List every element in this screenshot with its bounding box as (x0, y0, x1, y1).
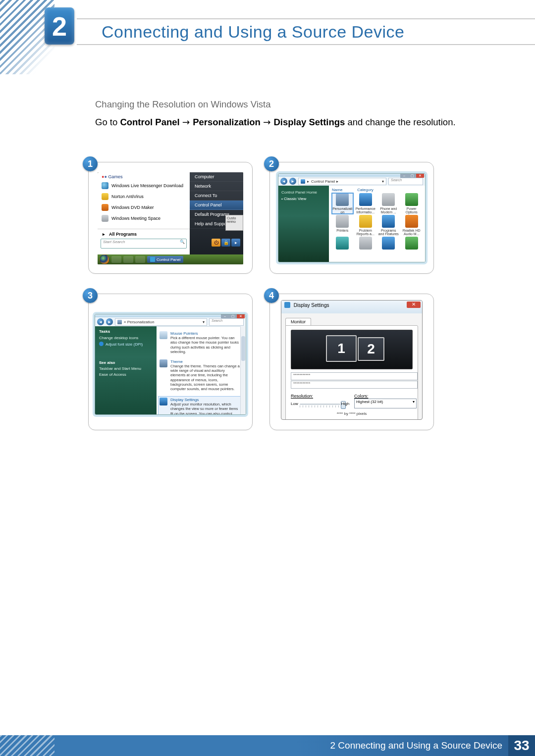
monitor-2[interactable]: 2 (358, 337, 384, 361)
start-item-label: Windows Live Messenger Download (111, 183, 183, 188)
start-item[interactable]: Norton AntiVirus (98, 191, 190, 202)
instruction-b3: Display Settings (273, 117, 345, 127)
cp-item[interactable] (332, 237, 353, 251)
monitor-1[interactable]: 1 (326, 335, 357, 362)
page-number: 33 (508, 735, 535, 756)
maximize-button[interactable]: ▢ (229, 314, 237, 318)
scrollbar[interactable] (240, 326, 246, 414)
side-link-dpi[interactable]: Adjust font size (DPI) (99, 342, 153, 347)
minimize-button[interactable]: – (221, 314, 229, 318)
display-settings-dialog: Display Settings ✕ Monitor 1 2 *********… (281, 300, 423, 420)
maximize-button[interactable]: ▢ (408, 173, 416, 178)
search-input[interactable]: Search (209, 318, 244, 326)
entry-title: Theme (160, 359, 241, 364)
right-item[interactable]: Connect To (190, 191, 243, 201)
taskbar: Control Panel (98, 254, 243, 264)
cp-item-personalization[interactable]: Personalizati on (332, 193, 353, 214)
right-item[interactable]: Network (190, 182, 243, 191)
colors-select[interactable]: Highest (32 bit) ▾ (354, 399, 417, 408)
forward-button[interactable]: ► (106, 318, 113, 325)
right-item-control-panel[interactable]: Control Panel (190, 201, 243, 210)
start-search-input[interactable]: Start Search 🔍 (101, 239, 187, 249)
cp-item[interactable] (378, 237, 399, 251)
chapter-header: Connecting and Using a Source Device (77, 18, 535, 45)
taskbar-icon[interactable] (123, 256, 133, 263)
step-badge: 3 (83, 288, 98, 303)
cp-item-label: Personalizati on (332, 207, 353, 214)
personalization-main: Mouse Pointers Pick a different mouse po… (157, 326, 246, 414)
theme-icon (160, 359, 167, 367)
path-icon (301, 179, 305, 184)
back-button[interactable]: ◄ (97, 318, 104, 325)
taskbar-control-panel[interactable]: Control Panel (147, 256, 183, 263)
nav-bar: ◄ ► « Personalization ▾ Search (95, 317, 246, 327)
arrow-icon: → (263, 117, 273, 127)
arrow-icon: → (182, 117, 193, 127)
screenshot-step-4: 4 Display Settings ✕ Monitor 1 2 *******… (269, 294, 434, 430)
monitor-arrangement[interactable]: 1 2 (291, 330, 413, 369)
cp-item[interactable]: Printers (332, 215, 353, 236)
tab-monitor[interactable]: Monitor (285, 318, 311, 325)
all-programs[interactable]: All Programs (98, 229, 190, 239)
taskbar-icon[interactable] (111, 256, 121, 263)
start-menu-right: Computer Network Connect To Control Pane… (190, 172, 243, 254)
start-item[interactable]: Windows Live Messenger Download (98, 180, 190, 191)
close-button[interactable]: ✕ (407, 302, 421, 308)
classic-view-link[interactable]: Classic View (281, 197, 326, 201)
cp-item[interactable]: Performance Informatio... (355, 193, 376, 214)
cp-home-link[interactable]: Control Panel Home (281, 190, 326, 195)
cp-item[interactable]: Realtek HD Audio M... (401, 215, 423, 236)
entry-mouse-pointers[interactable]: Mouse Pointers Pick a different mouse po… (160, 331, 241, 354)
personalization-window: – ▢ ✕ ◄ ► « Personalization ▾ Search Tas… (95, 314, 246, 415)
resolution-readout: **** by **** pixels (291, 411, 413, 416)
phone-icon (382, 193, 395, 206)
monitor-dropdown[interactable]: *********** (291, 372, 418, 380)
start-item-label: Windows DVD Maker (111, 205, 154, 210)
monitor-dropdown-2[interactable]: *********** (291, 381, 418, 389)
page-footer: 2 Connecting and Using a Source Device 3… (0, 735, 535, 756)
forward-button[interactable]: ► (289, 178, 296, 185)
cp-item[interactable]: Power Options (401, 193, 423, 214)
norton-icon (102, 193, 108, 200)
lock-button[interactable]: 🔒 (221, 239, 230, 247)
start-item[interactable]: Windows Meeting Space (98, 213, 190, 224)
search-placeholder: Search (212, 319, 222, 322)
search-input[interactable]: Search (388, 178, 423, 185)
monitor-tab-pane: 1 2 *********** *********** Resolution: … (285, 325, 418, 420)
breadcrumb[interactable]: « Personalization ▾ (115, 318, 207, 326)
cp-item-label: Performance Informatio... (355, 207, 376, 214)
cp-item[interactable]: Programs and Features (378, 215, 399, 236)
shutdown-menu[interactable]: ▸ (231, 239, 240, 247)
resolution-slider[interactable]: Low High (291, 400, 349, 410)
close-button[interactable]: ✕ (237, 314, 245, 318)
close-button[interactable]: ✕ (416, 173, 424, 178)
screenshot-step-1: 1 ●● Games Windows Live Messenger Downlo… (88, 162, 253, 274)
taskbar-icon[interactable] (135, 256, 145, 263)
power-button[interactable]: ⏻ (212, 239, 220, 247)
breadcrumb[interactable]: ▸ Control Panel ▸ ▾ (298, 178, 386, 185)
search-icon: 🔍 (180, 240, 185, 244)
cp-item[interactable] (355, 237, 376, 251)
back-button[interactable]: ◄ (280, 178, 287, 185)
cp-item[interactable] (401, 237, 423, 251)
path-sep: ▸ (307, 179, 309, 184)
side-link[interactable]: Change desktop icons (99, 336, 153, 340)
side-link[interactable]: Taskbar and Start Menu (99, 366, 153, 371)
col-category[interactable]: Category (357, 188, 373, 192)
window-titlebar: – ▢ ✕ (278, 174, 425, 177)
cp-item[interactable]: Problem Reports a... (355, 215, 376, 236)
start-item[interactable]: Windows DVD Maker (98, 202, 190, 213)
cp-item[interactable]: Phone and Modem ... (378, 193, 399, 214)
footer-text: 2 Connecting and Using a Source Device (330, 740, 502, 751)
right-item[interactable]: Computer (190, 172, 243, 182)
minimize-button[interactable]: – (400, 173, 408, 178)
side-link[interactable]: Ease of Access (99, 372, 153, 377)
printers-icon (336, 215, 349, 228)
start-orb-icon[interactable] (100, 254, 109, 264)
mouse-icon (160, 331, 167, 339)
dialog-title: Display Settings (294, 302, 329, 308)
col-name[interactable]: Name (332, 188, 342, 192)
entry-theme[interactable]: Theme Change the theme. Themes can chang… (160, 359, 241, 392)
entry-display-settings[interactable]: Display Settings Adjust your monitor res… (159, 397, 241, 414)
path-text: « Personalization (124, 320, 154, 324)
